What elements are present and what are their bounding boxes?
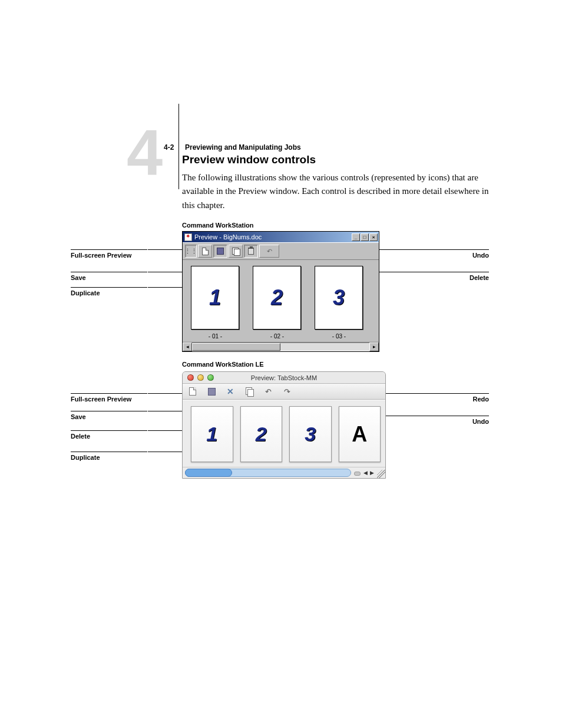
maximize-button[interactable]: □ xyxy=(361,233,369,241)
scroll-left-button[interactable]: ◂ xyxy=(183,342,192,351)
page-thumbnail[interactable]: 1 - 01 - xyxy=(191,266,240,342)
undo-button[interactable]: ↶ xyxy=(263,387,273,396)
thumb-content: A xyxy=(352,422,367,447)
callout-delete: Delete xyxy=(71,430,147,440)
thumb-label: - 03 - xyxy=(315,330,363,342)
callout-delete: Delete xyxy=(430,272,489,281)
toolbar-grip: ⋮⋮ xyxy=(185,245,197,258)
duplicate-button[interactable] xyxy=(229,245,243,258)
thumbnails-area: 1 - 01 - 2 - 02 - 3 - 03 - xyxy=(183,260,379,342)
scroll-right-button[interactable]: ▸ xyxy=(369,342,379,351)
thumb-content: 2 xyxy=(271,285,283,310)
thumbnails-area: 1 2 3 A xyxy=(183,400,385,467)
full-screen-preview-button[interactable] xyxy=(198,245,212,258)
header-rule xyxy=(178,104,179,189)
thumb-content: 1 xyxy=(206,423,217,446)
save-button[interactable] xyxy=(213,245,227,258)
toolbar: ⋮⋮ ↶ xyxy=(183,242,379,260)
callout-full-screen-preview: Full-screen Preview xyxy=(71,393,147,403)
duplicate-button[interactable] xyxy=(244,387,254,396)
scroll-arrows: ◀ ▶ xyxy=(351,470,377,476)
resize-handle[interactable] xyxy=(377,470,385,478)
toolbar: ✕ ↶ ↷ xyxy=(183,384,385,400)
callout-full-screen-preview: Full-screen Preview xyxy=(71,249,147,259)
scroll-pill[interactable] xyxy=(354,470,362,476)
body-paragraph: The following illustrations show the var… xyxy=(182,171,491,212)
scroll-thumb[interactable] xyxy=(192,343,280,351)
scroll-right-button[interactable]: ▶ xyxy=(369,470,375,476)
thumb-label: - 02 - xyxy=(253,330,302,342)
undo-button[interactable]: ↶ xyxy=(259,245,279,258)
page-thumbnail[interactable]: 1 xyxy=(191,406,233,462)
page-thumbnail[interactable]: A xyxy=(339,406,381,462)
scroll-left-button[interactable]: ◀ xyxy=(362,470,369,476)
page-thumbnail[interactable]: 3 xyxy=(289,406,332,462)
scroll-thumb[interactable] xyxy=(185,469,232,477)
minimize-button[interactable]: _ xyxy=(352,233,360,241)
figure-b-caption: Command WorkStation LE xyxy=(182,361,264,368)
close-button[interactable]: × xyxy=(369,233,378,241)
page-number: 4-2 xyxy=(164,143,174,151)
delete-button[interactable]: ✕ xyxy=(225,387,236,396)
callout-save: Save xyxy=(71,272,147,281)
preview-window-cws-le: Preview: TabStock-MM ✕ ↶ ↷ 1 2 3 A ◀ ▶ xyxy=(182,371,386,479)
callout-undo: Undo xyxy=(430,249,489,259)
window-title: Preview: TabStock-MM xyxy=(183,374,385,381)
titlebar[interactable]: Preview: TabStock-MM xyxy=(183,372,385,384)
window-footer: ◀ ▶ xyxy=(183,467,385,478)
preview-window-cws: Preview - BigNums.doc _ □ × ⋮⋮ ↶ 1 - 01 … xyxy=(182,231,379,352)
callout-duplicate: Duplicate xyxy=(71,287,147,297)
callout-duplicate: Duplicate xyxy=(71,452,147,461)
horizontal-scrollbar[interactable] xyxy=(185,469,351,477)
figure-a-caption: Command WorkStation xyxy=(182,222,253,229)
save-button[interactable] xyxy=(206,387,217,396)
thumb-content: 2 xyxy=(256,423,267,446)
window-title: Preview - BigNums.doc xyxy=(194,233,262,241)
delete-button[interactable] xyxy=(244,245,258,258)
thumb-content: 3 xyxy=(333,285,345,310)
titlebar[interactable]: Preview - BigNums.doc _ □ × xyxy=(183,232,379,242)
app-icon xyxy=(184,233,192,241)
horizontal-scrollbar[interactable]: ◂ ▸ xyxy=(183,342,379,351)
thumb-content: 1 xyxy=(209,285,221,310)
chapter-numeral: 4 xyxy=(127,120,160,185)
full-screen-preview-button[interactable] xyxy=(187,387,198,396)
scroll-track[interactable] xyxy=(192,342,369,351)
callout-save: Save xyxy=(71,411,147,420)
section-heading: Preview window controls xyxy=(182,153,316,166)
thumb-content: 3 xyxy=(305,423,316,446)
redo-button[interactable]: ↷ xyxy=(282,387,292,396)
callout-redo: Redo xyxy=(430,393,489,403)
callout-undo: Undo xyxy=(430,416,489,425)
page-thumbnail[interactable]: 3 - 03 - xyxy=(315,266,363,342)
page-thumbnail[interactable]: 2 - 02 - xyxy=(253,266,302,342)
page-thumbnail[interactable]: 2 xyxy=(240,406,283,462)
running-title: Previewing and Manipulating Jobs xyxy=(185,143,301,151)
thumb-label: - 01 - xyxy=(191,330,240,342)
